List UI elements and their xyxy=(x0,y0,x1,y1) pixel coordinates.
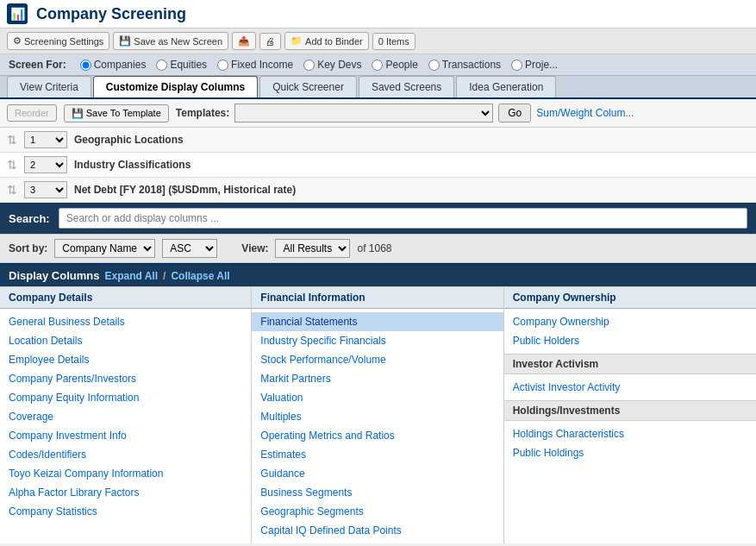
list-item[interactable]: Operating Metrics and Ratios xyxy=(252,426,503,445)
collapse-all-link[interactable]: Collapse All xyxy=(171,270,229,282)
tab-idea-generation[interactable]: Idea Generation xyxy=(456,76,556,97)
view-select[interactable]: All Results Top 10 Top 25 Top 100 xyxy=(275,239,350,258)
sort-by-label: Sort by: xyxy=(9,242,47,254)
expand-all-link[interactable]: Expand All xyxy=(104,270,158,282)
drag-handle-3[interactable]: ⇅ xyxy=(7,183,17,197)
list-item[interactable]: Public Holders xyxy=(504,331,756,350)
table-row: ⇅ 123 Net Debt [FY 2018] ($USDmm, Histor… xyxy=(0,178,756,203)
section-company-details-header: Company Details xyxy=(0,287,251,309)
list-item[interactable]: Financial Statements xyxy=(252,312,503,331)
tab-saved-screens[interactable]: Saved Screens xyxy=(359,76,454,97)
radio-fixed-income[interactable]: Fixed Income xyxy=(217,59,293,71)
view-label: View: xyxy=(241,242,268,254)
row-num-select-2[interactable]: 123 xyxy=(24,156,67,173)
screen-for-label: Screen For: xyxy=(9,59,66,71)
items-button[interactable]: 0 Items xyxy=(372,33,415,50)
print-icon: 🖨 xyxy=(266,36,275,47)
list-item[interactable]: Alpha Factor Library Factors xyxy=(0,483,251,502)
table-row: ⇅ 123 Industry Classifications xyxy=(0,153,756,178)
radio-companies[interactable]: Companies xyxy=(80,59,147,71)
table-row: ⇅ 123 Geographic Locations xyxy=(0,128,756,153)
section-company-details: Company Details General Business Details… xyxy=(0,287,252,543)
list-item[interactable]: Geographic Segments xyxy=(252,502,503,521)
list-item[interactable]: Capital IQ Defined Data Points xyxy=(252,521,503,540)
tab-view-criteria[interactable]: View Criteria xyxy=(7,76,91,97)
list-item[interactable]: Industry Specific Financials xyxy=(252,331,503,350)
list-item[interactable]: Company Investment Info xyxy=(0,426,251,445)
list-item[interactable]: Guidance xyxy=(252,464,503,483)
save-template-icon: 💾 xyxy=(72,108,84,119)
save-new-screen-button[interactable]: 💾 Save as New Screen xyxy=(113,32,228,50)
list-item[interactable]: Multiples xyxy=(252,407,503,426)
sort-bar: Sort by: Company Name Revenue Market Cap… xyxy=(0,234,756,263)
radio-people[interactable]: People xyxy=(372,59,417,71)
drag-handle-1[interactable]: ⇅ xyxy=(7,133,17,147)
list-item[interactable]: Employee Details xyxy=(0,350,251,369)
templates-label: Templates: xyxy=(176,107,229,119)
list-item[interactable]: Estimates xyxy=(252,445,503,464)
column-grid: Company Details General Business Details… xyxy=(0,286,756,543)
screen-for-bar: Screen For: Companies Equities Fixed Inc… xyxy=(0,54,756,76)
list-item[interactable]: Markit Partners xyxy=(252,369,503,388)
print-button[interactable]: 🖨 xyxy=(259,33,281,50)
list-item[interactable]: Activist Investor Activity xyxy=(504,378,756,397)
column-name-2: Industry Classifications xyxy=(74,159,191,171)
go-button[interactable]: Go xyxy=(498,104,531,122)
list-item[interactable]: Company Ownership xyxy=(504,312,756,331)
search-input[interactable] xyxy=(59,208,747,229)
add-to-binder-button[interactable]: 📁 Add to Binder xyxy=(284,32,369,50)
reorder-button[interactable]: Reorder xyxy=(7,104,57,122)
app-title: Company Screening xyxy=(36,5,186,23)
sum-weight-link[interactable]: Sum/Weight Colum... xyxy=(536,107,634,119)
display-section: Display Columns Expand All / Collapse Al… xyxy=(0,263,756,543)
tab-customize-display[interactable]: Customize Display Columns xyxy=(93,76,258,97)
investor-activism-items: Activist Investor Activity xyxy=(504,374,756,400)
row-num-select-3[interactable]: 123 xyxy=(24,181,67,198)
section-company-ownership: Company Ownership Company Ownership Publ… xyxy=(504,287,756,543)
list-item[interactable]: Valuation xyxy=(252,388,503,407)
export-button[interactable]: 📤 xyxy=(232,32,256,50)
radio-key-devs[interactable]: Key Devs xyxy=(303,59,361,71)
row-num-select-1[interactable]: 123 xyxy=(24,131,67,148)
column-name-1: Geographic Locations xyxy=(74,134,184,146)
nav-tabs: View Criteria Customize Display Columns … xyxy=(0,76,756,99)
app-header: 📊 Company Screening xyxy=(0,0,756,28)
tab-quick-screener[interactable]: Quick Screener xyxy=(259,76,357,97)
column-name-3: Net Debt [FY 2018] ($USDmm, Historical r… xyxy=(74,184,296,196)
sort-order-select[interactable]: ASC DESC xyxy=(162,239,217,258)
app-icon: 📊 xyxy=(7,3,28,24)
sort-by-select[interactable]: Company Name Revenue Market Cap Employee… xyxy=(54,239,155,258)
radio-transactions[interactable]: Transactions xyxy=(428,59,501,71)
list-item[interactable]: Business Segments xyxy=(252,483,503,502)
list-item[interactable]: Company Equity Information xyxy=(0,388,251,407)
column-rows: ⇅ 123 Geographic Locations ⇅ 123 Industr… xyxy=(0,128,756,203)
subsection-holdings-investments-header: Holdings/Investments xyxy=(504,400,756,421)
binder-icon: 📁 xyxy=(291,35,303,47)
section-financial-information: Financial Information Financial Statemen… xyxy=(252,287,503,543)
templates-select[interactable] xyxy=(234,104,493,122)
list-item[interactable]: Codes/Identifiers xyxy=(0,445,251,464)
search-label: Search: xyxy=(9,212,50,225)
radio-equities[interactable]: Equities xyxy=(156,59,207,71)
financial-information-items: Financial Statements Industry Specific F… xyxy=(252,309,503,543)
list-item[interactable]: Public Holdings xyxy=(504,443,756,462)
radio-projects[interactable]: Proje... xyxy=(511,59,558,71)
toolbar: ⚙ Screening Settings 💾 Save as New Scree… xyxy=(0,28,756,54)
save-icon: 💾 xyxy=(119,35,131,47)
display-header: Display Columns Expand All / Collapse Al… xyxy=(0,265,756,286)
list-item[interactable]: Coverage xyxy=(0,407,251,426)
list-item[interactable]: Company Parents/Investors xyxy=(0,369,251,388)
save-template-button[interactable]: 💾 Save To Template xyxy=(64,104,169,122)
list-item[interactable]: Toyo Keizai Company Information xyxy=(0,464,251,483)
list-item[interactable]: Holdings Characteristics xyxy=(504,424,756,443)
holdings-investments-items: Holdings Characteristics Public Holdings xyxy=(504,421,756,466)
export-icon: 📤 xyxy=(238,35,250,47)
action-bar: Reorder 💾 Save To Template Templates: Go… xyxy=(0,99,756,128)
list-item[interactable]: Company Statistics xyxy=(0,502,251,521)
list-item[interactable]: General Business Details xyxy=(0,312,251,331)
list-item[interactable]: Stock Performance/Volume xyxy=(252,350,503,369)
list-item[interactable]: Location Details xyxy=(0,331,251,350)
search-bar: Search: xyxy=(0,203,756,234)
screening-settings-button[interactable]: ⚙ Screening Settings xyxy=(7,32,109,50)
drag-handle-2[interactable]: ⇅ xyxy=(7,158,17,172)
